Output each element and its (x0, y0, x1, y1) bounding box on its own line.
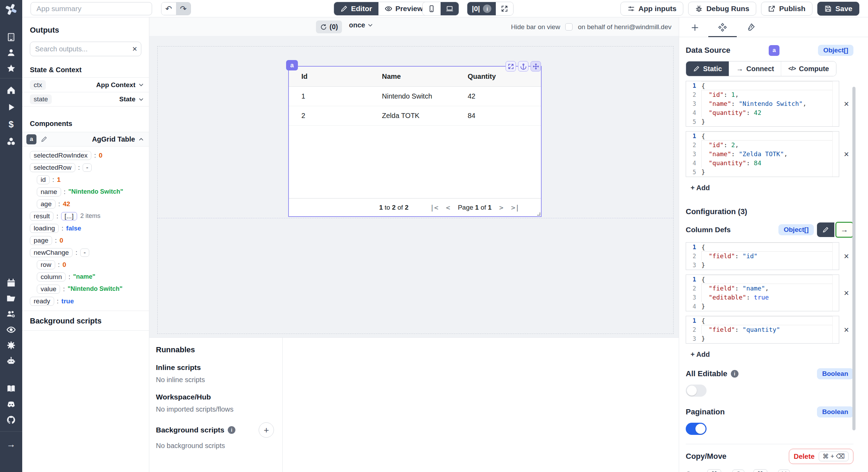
github-icon[interactable] (6, 415, 16, 425)
debug-runs-button[interactable]: Debug Runs (688, 2, 756, 16)
output-property-row[interactable]: age :42 (22, 198, 149, 210)
component-settings-tab[interactable] (717, 22, 728, 33)
delete-component-button[interactable]: Delete ⌘ + ⌫ (789, 449, 853, 464)
table-column-header[interactable]: Name (369, 73, 455, 81)
folders-icon[interactable] (6, 293, 16, 304)
canvas-toolbar: (0) once Hide bar on view on behalf of h… (149, 17, 679, 36)
publish-button[interactable]: Publish (761, 2, 812, 16)
remove-data-row-button[interactable]: × (839, 147, 853, 161)
save-button[interactable]: Save (817, 2, 859, 16)
variables-dollar-icon[interactable]: $ (6, 119, 16, 129)
app-canvas[interactable]: a IdNameQuantity 1Nintendo Switch422Zeld… (149, 36, 679, 337)
styling-tab[interactable] (744, 22, 756, 33)
runs-play-icon[interactable] (6, 102, 16, 112)
topbar: ↶ ↷ Editor Preview |0| i ⋮ A (22, 0, 868, 17)
json-editor[interactable]: 1 { 2 "id": 1, 3 "name": "Nintendo Switc… (686, 81, 839, 127)
json-editor[interactable]: 1 { 2 "field": "id" 3 } (686, 242, 839, 270)
windmill-logo-icon[interactable] (5, 3, 18, 16)
output-property-row[interactable]: result :[...]2 items (22, 210, 149, 222)
json-editor[interactable]: 1 { 2 "field": "name", 3 "editable": tru… (686, 275, 839, 311)
connect-tab[interactable]: → Connect (729, 61, 781, 76)
first-page-icon[interactable]: |< (430, 203, 439, 212)
pencil-icon (340, 5, 348, 12)
output-property-row[interactable]: newChange :- (22, 246, 149, 259)
property-key-badge: selectedRow (30, 163, 75, 172)
output-property-row[interactable]: value :"Nintendo Switch" (22, 283, 149, 295)
remove-column-def-button[interactable]: × (839, 286, 853, 300)
add-data-row-button[interactable]: + Add (691, 184, 710, 192)
runnables-section: Workspace/Hub No imported scripts/flows (156, 393, 274, 413)
output-property-row[interactable]: row :0 (22, 259, 149, 271)
search-outputs-input[interactable] (30, 42, 141, 56)
app-inputs-button[interactable]: App inputs (620, 2, 684, 16)
static-tab[interactable]: Static (686, 61, 729, 76)
component-id-badge: a (769, 45, 779, 56)
remove-column-def-button[interactable]: × (839, 323, 853, 337)
output-property-row[interactable]: loading :false (22, 222, 149, 234)
chevron-up-icon[interactable] (138, 136, 144, 142)
remove-data-row-button[interactable]: × (839, 97, 853, 111)
table-column-header[interactable]: Id (289, 73, 369, 81)
remove-column-def-button[interactable]: × (839, 249, 853, 263)
undo-button[interactable]: ↶ (161, 2, 176, 15)
context-row[interactable]: state State (22, 92, 149, 107)
aggrid-table-component[interactable]: a IdNameQuantity 1Nintendo Switch422Zeld… (288, 66, 542, 217)
redo-button[interactable]: ↷ (176, 2, 191, 15)
json-editor[interactable]: 1 { 2 "id": 2, 3 "name": "Zelda TOTK", 4… (686, 131, 839, 177)
docs-book-icon[interactable] (6, 384, 16, 394)
resources-cubes-icon[interactable] (6, 136, 16, 146)
connect-mode-button[interactable]: → (835, 222, 853, 238)
expand-component-button[interactable] (506, 61, 516, 71)
compute-tab[interactable]: </> Compute (781, 61, 836, 76)
desktop-view-button[interactable] (441, 2, 459, 15)
refresh-count-button[interactable]: (0) (316, 20, 342, 33)
audit-eye-icon[interactable] (6, 324, 16, 335)
last-page-icon[interactable]: >| (511, 203, 519, 212)
star-icon[interactable] (6, 63, 16, 74)
insert-component-tab[interactable] (689, 22, 701, 33)
user-icon[interactable] (6, 48, 16, 58)
output-property-row[interactable]: name :"Nintendo Switch" (22, 186, 149, 198)
clear-search-icon[interactable]: × (132, 44, 137, 54)
prev-page-icon[interactable]: < (446, 203, 450, 212)
all-editable-toggle[interactable] (686, 385, 707, 397)
workspace-icon[interactable] (6, 32, 16, 42)
output-property-row[interactable]: ready :true (22, 295, 149, 307)
table-row[interactable]: 2Zelda TOTK84 (289, 106, 541, 126)
context-row[interactable]: ctx App Context (22, 77, 149, 92)
table-column-header[interactable]: Quantity (455, 73, 541, 81)
hide-bar-checkbox[interactable] (565, 23, 573, 31)
editor-tab[interactable]: Editor (334, 2, 378, 15)
settings-gear-icon[interactable] (6, 340, 16, 351)
preview-tab[interactable]: Preview (378, 2, 429, 15)
table-row[interactable]: 1Nintendo Switch42 (289, 87, 541, 106)
add-column-def-button[interactable]: + Add (691, 351, 710, 359)
add-background-script-button[interactable]: + (259, 422, 274, 438)
component-header[interactable]: a AgGrid Table (22, 132, 149, 146)
ai-robot-icon[interactable] (6, 356, 16, 366)
next-page-icon[interactable]: > (499, 203, 503, 212)
output-property-row[interactable]: id :1 (22, 174, 149, 186)
fullscreen-button[interactable] (496, 2, 513, 15)
output-property-row[interactable]: column :"name" (22, 271, 149, 283)
collapse-arrow-icon[interactable]: → (6, 439, 16, 449)
schedules-calendar-icon[interactable] (6, 278, 16, 288)
output-property-row[interactable]: page :0 (22, 234, 149, 246)
app-summary-input[interactable] (31, 2, 152, 15)
edit-mode-button[interactable] (817, 222, 834, 237)
move-component-button[interactable] (531, 61, 541, 71)
panel-scrollbar[interactable] (852, 87, 856, 430)
groups-icon[interactable] (6, 309, 16, 319)
home-icon[interactable] (6, 85, 16, 95)
output-property-row[interactable]: selectedRow :- (22, 161, 149, 174)
output-property-row[interactable]: selectedRowIndex :0 (22, 149, 149, 161)
json-editor[interactable]: 1 { 2 "field": "quantity" 3 } (686, 316, 839, 344)
discord-icon[interactable] (6, 399, 16, 410)
diff-counter-button[interactable]: |0| i (467, 2, 496, 15)
anchor-component-button[interactable] (518, 61, 528, 71)
resize-handle[interactable] (537, 212, 540, 216)
pagination-toggle[interactable] (686, 423, 707, 435)
edit-id-pencil-icon[interactable] (41, 136, 48, 143)
mobile-view-button[interactable] (423, 2, 441, 15)
schedule-mode-dropdown[interactable]: once (349, 21, 373, 29)
